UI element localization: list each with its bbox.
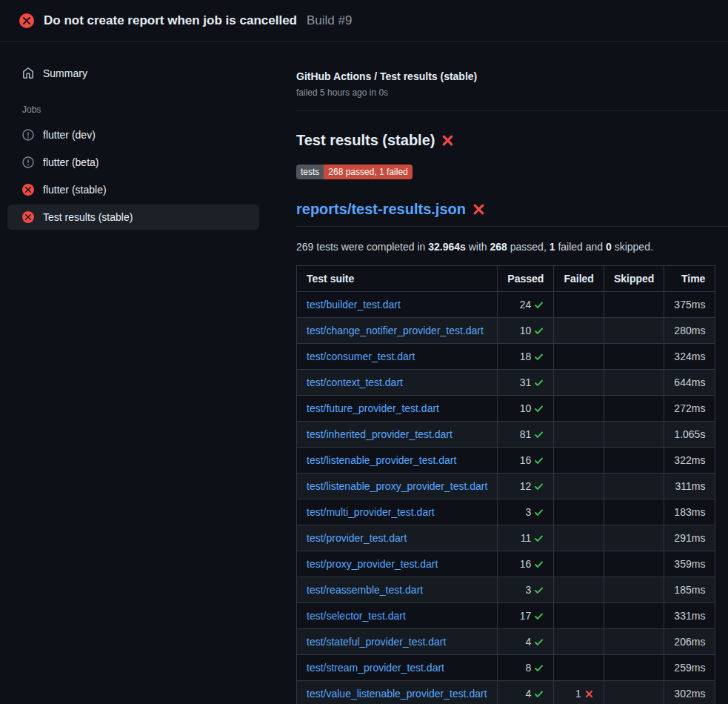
suite-cell: test/change_notifier_provider_test.dart [297, 318, 498, 344]
job-label: flutter (stable) [43, 184, 107, 196]
test-suite-link[interactable]: test/inherited_provider_test.dart [307, 428, 453, 440]
time-cell: 185ms [664, 577, 715, 603]
report-link[interactable]: reports/test-results.json [296, 199, 466, 219]
passed-cell: 10 [498, 318, 554, 344]
check-icon [534, 689, 544, 699]
suite-cell: test/stream_provider_test.dart [297, 655, 498, 681]
failed-cell [554, 344, 604, 370]
test-suite-link[interactable]: test/selector_test.dart [307, 610, 406, 622]
sidebar-job-flutter-dev[interactable]: flutter (dev) [7, 122, 259, 147]
test-suite-link[interactable]: test/consumer_test.dart [307, 351, 415, 362]
job-label: Test results (stable) [43, 211, 133, 223]
time-cell: 206ms [664, 629, 715, 655]
passed-cell: 31 [498, 370, 554, 396]
summary-part: skipped. [612, 241, 653, 253]
results-table-body: test/builder_test.dart24 375mstest/chang… [297, 292, 715, 704]
check-icon [534, 456, 544, 465]
column-header-skipped: Skipped [604, 266, 664, 292]
skipped-cell [604, 474, 664, 499]
failed-cell [554, 525, 604, 551]
test-suite-link[interactable]: test/future_provider_test.dart [307, 402, 439, 414]
passed-cell: 3 [498, 577, 554, 603]
run-header: Do not create report when job is cancell… [0, 0, 728, 42]
test-suite-row: test/proxy_provider_test.dart16 359ms [297, 551, 715, 577]
test-suite-row: test/stateful_provider_test.dart4 206ms [297, 629, 715, 655]
test-suite-link[interactable]: test/reassemble_test.dart [307, 584, 423, 596]
column-header-failed: Failed [554, 266, 604, 292]
summary-part: failed and [555, 241, 607, 253]
test-suite-link[interactable]: test/multi_provider_test.dart [307, 506, 435, 518]
suite-cell: test/selector_test.dart [297, 603, 498, 629]
suite-cell: test/consumer_test.dart [297, 344, 498, 370]
check-icon [534, 482, 544, 491]
check-icon [534, 508, 544, 517]
time-cell: 311ms [664, 474, 715, 499]
main-content: GitHub Actions / Test results (stable) f… [267, 42, 728, 704]
test-suite-link[interactable]: test/provider_test.dart [307, 532, 407, 544]
run-meta: failed 5 hours ago in 0s [296, 86, 728, 99]
failed-cell [554, 422, 604, 448]
time-cell: 280ms [664, 318, 715, 344]
test-suite-link[interactable]: test/context_test.dart [307, 376, 403, 388]
passed-cell: 81 [498, 422, 554, 448]
summary-failed-count: 1 [550, 241, 555, 253]
test-suite-row: test/builder_test.dart24 375ms [297, 292, 715, 318]
failed-cell [554, 474, 604, 499]
test-suite-link[interactable]: test/listenable_proxy_provider_test.dart [307, 480, 487, 492]
skipped-cell [604, 603, 664, 629]
test-suite-row: test/reassemble_test.dart3 185ms [297, 577, 715, 603]
suite-cell: test/multi_provider_test.dart [297, 499, 498, 525]
summary-part: 269 tests were completed in [296, 241, 428, 253]
test-suite-link[interactable]: test/builder_test.dart [307, 299, 401, 311]
check-icon [534, 559, 544, 569]
skipped-cell [604, 655, 664, 681]
test-suite-link[interactable]: test/change_notifier_provider_test.dart [307, 325, 484, 336]
suite-cell: test/builder_test.dart [297, 292, 498, 318]
summary-passed-count: 268 [490, 241, 507, 253]
time-cell: 291ms [664, 525, 715, 551]
test-suite-row: test/stream_provider_test.dart8 259ms [297, 655, 715, 681]
jobs-list: flutter (dev)flutter (beta)flutter (stab… [7, 122, 259, 230]
skipped-cell [604, 370, 664, 396]
summary-part: with [466, 241, 490, 253]
sidebar-job-test-results-stable[interactable]: Test results (stable) [7, 205, 259, 230]
failed-cell [554, 448, 604, 474]
failed-cell [554, 292, 604, 318]
home-icon [22, 67, 34, 79]
summary-skipped-count: 0 [606, 241, 612, 253]
time-cell: 375ms [664, 292, 715, 318]
suite-cell: test/context_test.dart [297, 370, 498, 396]
skipped-cell [604, 396, 664, 422]
summary-part: passed, [507, 241, 550, 253]
time-cell: 331ms [664, 603, 715, 629]
test-suite-link[interactable]: test/stream_provider_test.dart [307, 662, 444, 674]
sidebar: Summary Jobs flutter (dev)flutter (beta)… [0, 42, 267, 232]
test-suite-link[interactable]: test/listenable_provider_test.dart [307, 454, 456, 466]
failed-cell [554, 577, 604, 603]
check-icon [534, 611, 544, 621]
job-label: flutter (dev) [43, 129, 96, 141]
test-suite-link[interactable]: test/value_listenable_provider_test.dart [307, 688, 487, 700]
failed-cell [554, 370, 604, 396]
run-title: Do not create report when job is cancell… [44, 13, 297, 28]
sidebar-job-flutter-stable[interactable]: flutter (stable) [7, 177, 259, 202]
sidebar-job-flutter-beta[interactable]: flutter (beta) [7, 150, 259, 175]
results-table-head-row: Test suitePassedFailedSkippedTime [297, 266, 715, 292]
test-suite-link[interactable]: test/proxy_provider_test.dart [307, 558, 438, 570]
time-cell: 324ms [664, 344, 715, 370]
suite-cell: test/listenable_provider_test.dart [297, 448, 498, 474]
test-suite-row: test/consumer_test.dart18 324ms [297, 344, 715, 370]
passed-cell: 18 [498, 344, 554, 370]
check-icon [534, 430, 544, 439]
test-suite-row: test/listenable_provider_test.dart16 322… [297, 448, 715, 474]
section-divider [296, 110, 728, 111]
section-title-text: Test results (stable) [296, 129, 435, 151]
failed-cell [554, 551, 604, 577]
skipped-cell [604, 448, 664, 474]
neutral-status-icon [22, 129, 34, 141]
test-suite-link[interactable]: test/stateful_provider_test.dart [307, 636, 446, 648]
neutral-status-icon [22, 156, 34, 168]
test-suite-row: test/listenable_proxy_provider_test.dart… [297, 474, 715, 499]
sidebar-item-summary[interactable]: Summary [7, 62, 259, 85]
failed-cell [554, 396, 604, 422]
